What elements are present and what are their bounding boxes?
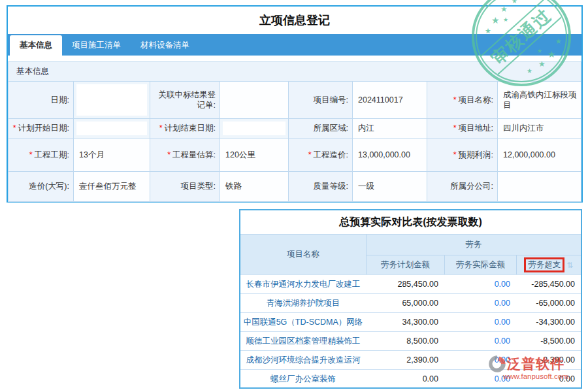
header-labor-group: 劳务 bbox=[366, 234, 581, 255]
section-header-basic-info: 基本信息 bbox=[8, 61, 581, 81]
plan-end-date-label: *计划结束日期: bbox=[150, 118, 220, 138]
overrun-cell: -8,500.00 bbox=[516, 331, 581, 350]
project-link[interactable]: 顺德工业园区档案管理精装饰工 bbox=[240, 331, 366, 350]
required-marker: * bbox=[159, 123, 163, 133]
project-number-field[interactable]: 2024110017 bbox=[353, 81, 427, 118]
project-name-label: *项目名称: bbox=[427, 81, 498, 118]
tab-basic-info[interactable]: 基本信息 bbox=[10, 35, 62, 56]
plan-start-date-field[interactable] bbox=[74, 118, 150, 138]
tab-material-equipment-list[interactable]: 材料设备清单 bbox=[131, 35, 199, 56]
project-address-label: *项目地址: bbox=[427, 118, 498, 138]
quality-grade-label: 质量等级: bbox=[289, 171, 353, 201]
page-title: 立项信息登记 bbox=[8, 7, 581, 34]
date-input[interactable] bbox=[76, 84, 147, 116]
project-link[interactable]: 青海洪湖养护院项目 bbox=[240, 293, 366, 312]
actual-amount-cell: 0.00 bbox=[444, 369, 516, 388]
project-cost-label: *工程造价: bbox=[289, 138, 353, 171]
quantity-estimate-field[interactable]: 120公里 bbox=[220, 138, 289, 171]
branch-company-field[interactable] bbox=[498, 171, 581, 201]
region-label: 所属区域: bbox=[289, 118, 353, 138]
form-row: 日期: 关联中标结果登记单: 项目编号: 2024110017 *项目名称: 成… bbox=[8, 81, 581, 118]
project-duration-label: *工程工期: bbox=[8, 138, 74, 171]
required-marker: * bbox=[167, 150, 171, 160]
required-marker: * bbox=[29, 150, 33, 160]
project-link[interactable]: 中国联通5G（TD-SCDMA）网络 bbox=[240, 312, 366, 331]
plan-amount-cell: 2,390.00 bbox=[366, 350, 444, 369]
header-labor-actual-amount[interactable]: 劳务实际金额 bbox=[444, 255, 516, 274]
actual-amount-cell: 0.00 bbox=[444, 331, 516, 350]
comparison-table-header: 项目名称 劳务 劳务计划金额 劳务实际金额 劳务超支 ⇅ bbox=[240, 234, 581, 274]
comparison-table-title: 总预算实际对比表(按发票取数) bbox=[240, 210, 581, 234]
actual-amount-cell: 0.00 bbox=[444, 293, 516, 312]
table-row: 青海洪湖养护院项目 65,000.00 0.00 -65,000.00 bbox=[240, 293, 581, 312]
table-row: 顺德工业园区档案管理精装饰工 8,500.00 0.00 -8,500.00 bbox=[240, 331, 581, 350]
required-marker: * bbox=[13, 123, 16, 133]
header-labor-plan-amount[interactable]: 劳务计划金额 bbox=[366, 255, 444, 274]
date-field[interactable] bbox=[74, 81, 150, 118]
project-type-label: 项目类型: bbox=[150, 171, 220, 201]
quality-grade-field[interactable]: 一级 bbox=[353, 171, 427, 201]
plan-amount-cell: 8,500.00 bbox=[366, 331, 444, 350]
overrun-cell: -2,390.00 bbox=[516, 350, 581, 369]
plan-amount-cell: 285,450.00 bbox=[366, 274, 444, 293]
overrun-cell: -285,450.00 bbox=[516, 274, 581, 293]
table-row: 长春市伊通河水力发电厂改建工 285,450.00 0.00 -285,450.… bbox=[240, 274, 581, 293]
project-registration-form: 立项信息登记 基本信息 项目施工清单 材料设备清单 基本信息 日期: 关联中标结… bbox=[7, 5, 583, 203]
cost-in-words-field[interactable]: 壹仟叁佰万元整 bbox=[74, 171, 150, 201]
form-row: *工程工期: 13个月 *工程量估算: 120公里 *工程造价: 13,000,… bbox=[8, 138, 581, 171]
project-type-field[interactable]: 铁路 bbox=[220, 171, 289, 201]
region-field[interactable]: 内江 bbox=[353, 118, 427, 138]
project-duration-field[interactable]: 13个月 bbox=[74, 138, 150, 171]
form-row: 造价(大写): 壹仟叁佰万元整 项目类型: 铁路 质量等级: 一级 所属分公司: bbox=[8, 171, 581, 202]
tab-construction-list[interactable]: 项目施工清单 bbox=[62, 35, 131, 56]
plan-end-date-field[interactable] bbox=[220, 118, 289, 138]
project-number-label: 项目编号: bbox=[289, 81, 353, 118]
linked-bid-result-label: 关联中标结果登记单: bbox=[150, 81, 220, 118]
tab-bar: 基本信息 项目施工清单 材料设备清单 bbox=[8, 34, 581, 56]
actual-amount-cell: 0.00 bbox=[444, 274, 516, 293]
star-icon: ★ bbox=[512, 0, 517, 5]
plan-start-date-label: *计划开始日期: bbox=[8, 118, 74, 138]
required-marker: * bbox=[453, 123, 457, 133]
header-project-name: 项目名称 bbox=[240, 234, 366, 274]
required-marker: * bbox=[453, 95, 457, 105]
overrun-cell: 0.00 bbox=[516, 369, 581, 388]
required-marker: * bbox=[453, 150, 457, 160]
expected-profit-field[interactable]: 12,000,000.00 bbox=[498, 138, 581, 171]
form-row: *计划开始日期: *计划结束日期: 所属区域: 内江 *项目地址: 四川内江市 bbox=[8, 118, 581, 138]
expected-profit-label: *预期利润: bbox=[427, 138, 498, 171]
cost-in-words-label: 造价(大写): bbox=[8, 171, 74, 201]
plan-end-date-input[interactable] bbox=[223, 122, 286, 135]
plan-start-date-input[interactable] bbox=[76, 122, 147, 135]
table-row: 螺丝厂办公室装饰 0.00 0.00 0.00 bbox=[240, 369, 581, 388]
spacer bbox=[8, 56, 581, 61]
branch-company-label: 所属分公司: bbox=[427, 171, 498, 201]
linked-bid-result-field[interactable] bbox=[220, 81, 289, 118]
project-address-field[interactable]: 四川内江市 bbox=[498, 118, 581, 138]
budget-comparison-table: 总预算实际对比表(按发票取数) 项目名称 劳务 劳务计划金额 劳务实际金额 劳务… bbox=[239, 209, 582, 389]
project-name-field[interactable]: 成渝高铁内江标段项目 bbox=[498, 81, 581, 118]
required-marker: * bbox=[308, 150, 312, 160]
project-link[interactable]: 成都沙河环境综合提升改造运河 bbox=[240, 350, 366, 369]
plan-amount-cell: 0.00 bbox=[366, 369, 444, 388]
date-label: 日期: bbox=[8, 81, 74, 118]
labor-overrun-highlight[interactable]: 劳务超支 bbox=[524, 257, 564, 272]
table-row: 成都沙河环境综合提升改造运河 2,390.00 0.00 -2,390.00 bbox=[240, 350, 581, 369]
project-cost-field[interactable]: 13,000,000.00 bbox=[353, 138, 427, 171]
sort-icon[interactable]: ⇅ bbox=[566, 261, 573, 270]
project-link[interactable]: 长春市伊通河水力发电厂改建工 bbox=[240, 274, 366, 293]
overrun-cell: -34,300.00 bbox=[516, 312, 581, 331]
actual-amount-cell: 0.00 bbox=[444, 350, 516, 369]
table-row: 中国联通5G（TD-SCDMA）网络 34,300.00 0.00 -34,30… bbox=[240, 312, 581, 331]
plan-amount-cell: 65,000.00 bbox=[366, 293, 444, 312]
project-link[interactable]: 螺丝厂办公室装饰 bbox=[240, 369, 366, 388]
quantity-estimate-label: *工程量估算: bbox=[150, 138, 220, 171]
overrun-cell: -65,000.00 bbox=[516, 293, 581, 312]
actual-amount-cell: 0.00 bbox=[444, 312, 516, 331]
plan-amount-cell: 34,300.00 bbox=[366, 312, 444, 331]
header-labor-overrun[interactable]: 劳务超支 ⇅ bbox=[516, 255, 581, 274]
